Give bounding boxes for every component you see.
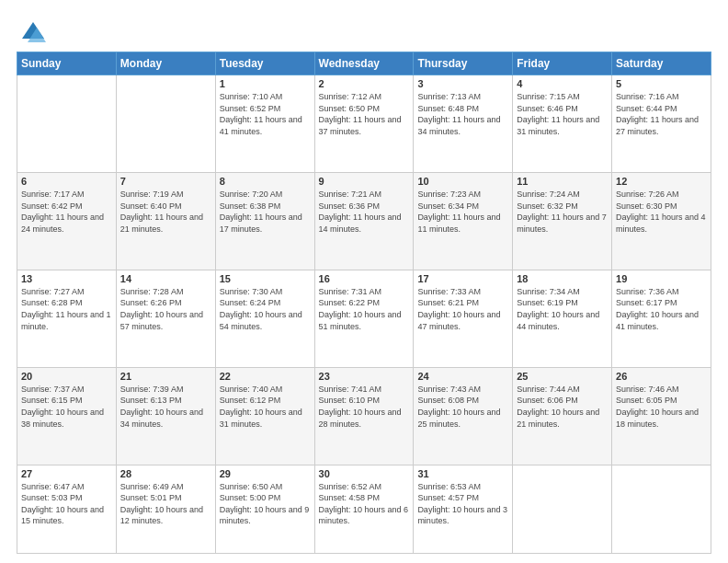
day-number: 8 bbox=[220, 176, 311, 187]
calendar-cell: 15Sunrise: 7:30 AM Sunset: 6:24 PM Dayli… bbox=[215, 270, 314, 367]
day-detail: Sunrise: 6:47 AM Sunset: 5:03 PM Dayligh… bbox=[21, 481, 112, 527]
day-detail: Sunrise: 7:19 AM Sunset: 6:40 PM Dayligh… bbox=[120, 189, 211, 235]
day-number: 17 bbox=[417, 273, 508, 284]
calendar-cell: 12Sunrise: 7:26 AM Sunset: 6:30 PM Dayli… bbox=[612, 172, 711, 270]
day-detail: Sunrise: 6:49 AM Sunset: 5:01 PM Dayligh… bbox=[120, 481, 211, 527]
calendar-cell: 29Sunrise: 6:50 AM Sunset: 5:00 PM Dayli… bbox=[215, 465, 314, 553]
calendar-cell: 22Sunrise: 7:40 AM Sunset: 6:12 PM Dayli… bbox=[215, 367, 314, 465]
day-detail: Sunrise: 6:50 AM Sunset: 5:00 PM Dayligh… bbox=[220, 481, 311, 527]
logo-icon bbox=[20, 18, 46, 44]
calendar-week-row: 1Sunrise: 7:10 AM Sunset: 6:52 PM Daylig… bbox=[17, 75, 711, 173]
day-number: 12 bbox=[616, 176, 707, 187]
calendar-week-row: 13Sunrise: 7:27 AM Sunset: 6:28 PM Dayli… bbox=[17, 270, 711, 367]
day-number: 1 bbox=[220, 78, 311, 89]
day-detail: Sunrise: 7:30 AM Sunset: 6:24 PM Dayligh… bbox=[220, 286, 311, 332]
day-number: 30 bbox=[319, 468, 410, 479]
day-detail: Sunrise: 7:43 AM Sunset: 6:08 PM Dayligh… bbox=[417, 384, 508, 430]
day-number: 26 bbox=[616, 371, 707, 382]
day-number: 25 bbox=[517, 371, 608, 382]
day-detail: Sunrise: 7:34 AM Sunset: 6:19 PM Dayligh… bbox=[517, 286, 608, 332]
day-detail: Sunrise: 7:46 AM Sunset: 6:05 PM Dayligh… bbox=[616, 384, 707, 430]
calendar-cell: 17Sunrise: 7:33 AM Sunset: 6:21 PM Dayli… bbox=[414, 270, 513, 367]
calendar-cell: 3Sunrise: 7:13 AM Sunset: 6:48 PM Daylig… bbox=[414, 75, 513, 173]
day-number: 9 bbox=[319, 176, 410, 187]
calendar-cell: 4Sunrise: 7:15 AM Sunset: 6:46 PM Daylig… bbox=[513, 75, 612, 173]
calendar-cell: 1Sunrise: 7:10 AM Sunset: 6:52 PM Daylig… bbox=[215, 75, 314, 173]
calendar-cell bbox=[17, 75, 117, 173]
day-number: 18 bbox=[517, 273, 608, 284]
day-detail: Sunrise: 7:31 AM Sunset: 6:22 PM Dayligh… bbox=[319, 286, 410, 332]
day-number: 31 bbox=[417, 468, 508, 479]
day-detail: Sunrise: 7:17 AM Sunset: 6:42 PM Dayligh… bbox=[21, 189, 112, 235]
day-number: 16 bbox=[319, 273, 410, 284]
calendar-cell: 20Sunrise: 7:37 AM Sunset: 6:15 PM Dayli… bbox=[17, 367, 117, 465]
day-number: 23 bbox=[319, 371, 410, 382]
day-number: 6 bbox=[21, 176, 112, 187]
calendar-header-row: SundayMondayTuesdayWednesdayThursdayFrid… bbox=[17, 52, 711, 75]
day-detail: Sunrise: 7:13 AM Sunset: 6:48 PM Dayligh… bbox=[417, 91, 508, 137]
calendar-cell: 16Sunrise: 7:31 AM Sunset: 6:22 PM Dayli… bbox=[314, 270, 414, 367]
calendar-cell: 23Sunrise: 7:41 AM Sunset: 6:10 PM Dayli… bbox=[314, 367, 414, 465]
day-number: 2 bbox=[319, 78, 410, 89]
calendar-table: SundayMondayTuesdayWednesdayThursdayFrid… bbox=[17, 52, 711, 554]
day-detail: Sunrise: 7:27 AM Sunset: 6:28 PM Dayligh… bbox=[21, 286, 112, 332]
day-number: 5 bbox=[616, 78, 707, 89]
calendar-cell: 10Sunrise: 7:23 AM Sunset: 6:34 PM Dayli… bbox=[414, 172, 513, 270]
day-detail: Sunrise: 7:15 AM Sunset: 6:46 PM Dayligh… bbox=[517, 91, 608, 137]
calendar-cell: 9Sunrise: 7:21 AM Sunset: 6:36 PM Daylig… bbox=[314, 172, 414, 270]
day-header-tuesday: Tuesday bbox=[215, 52, 314, 75]
day-detail: Sunrise: 7:37 AM Sunset: 6:15 PM Dayligh… bbox=[21, 384, 112, 430]
day-number: 24 bbox=[417, 371, 508, 382]
day-number: 11 bbox=[517, 176, 608, 187]
day-header-wednesday: Wednesday bbox=[314, 52, 414, 75]
calendar-cell: 14Sunrise: 7:28 AM Sunset: 6:26 PM Dayli… bbox=[116, 270, 215, 367]
calendar-cell: 6Sunrise: 7:17 AM Sunset: 6:42 PM Daylig… bbox=[17, 172, 117, 270]
calendar-cell: 11Sunrise: 7:24 AM Sunset: 6:32 PM Dayli… bbox=[513, 172, 612, 270]
day-detail: Sunrise: 7:21 AM Sunset: 6:36 PM Dayligh… bbox=[319, 189, 410, 235]
calendar-cell: 27Sunrise: 6:47 AM Sunset: 5:03 PM Dayli… bbox=[17, 465, 117, 553]
day-header-friday: Friday bbox=[513, 52, 612, 75]
day-number: 27 bbox=[21, 468, 112, 479]
day-detail: Sunrise: 7:36 AM Sunset: 6:17 PM Dayligh… bbox=[616, 286, 707, 332]
calendar-cell: 24Sunrise: 7:43 AM Sunset: 6:08 PM Dayli… bbox=[414, 367, 513, 465]
calendar-cell bbox=[116, 75, 215, 173]
calendar-cell: 25Sunrise: 7:44 AM Sunset: 6:06 PM Dayli… bbox=[513, 367, 612, 465]
day-detail: Sunrise: 7:41 AM Sunset: 6:10 PM Dayligh… bbox=[319, 384, 410, 430]
day-detail: Sunrise: 6:52 AM Sunset: 4:58 PM Dayligh… bbox=[319, 481, 410, 527]
calendar-week-row: 20Sunrise: 7:37 AM Sunset: 6:15 PM Dayli… bbox=[17, 367, 711, 465]
day-number: 15 bbox=[220, 273, 311, 284]
calendar-cell: 31Sunrise: 6:53 AM Sunset: 4:57 PM Dayli… bbox=[414, 465, 513, 553]
page: SundayMondayTuesdayWednesdayThursdayFrid… bbox=[0, 0, 728, 563]
day-detail: Sunrise: 7:23 AM Sunset: 6:34 PM Dayligh… bbox=[417, 189, 508, 235]
calendar-cell: 5Sunrise: 7:16 AM Sunset: 6:44 PM Daylig… bbox=[612, 75, 711, 173]
day-number: 20 bbox=[21, 371, 112, 382]
day-number: 10 bbox=[417, 176, 508, 187]
calendar-cell: 13Sunrise: 7:27 AM Sunset: 6:28 PM Dayli… bbox=[17, 270, 117, 367]
calendar-cell: 2Sunrise: 7:12 AM Sunset: 6:50 PM Daylig… bbox=[314, 75, 414, 173]
day-header-sunday: Sunday bbox=[17, 52, 117, 75]
day-header-saturday: Saturday bbox=[612, 52, 711, 75]
day-detail: Sunrise: 7:33 AM Sunset: 6:21 PM Dayligh… bbox=[417, 286, 508, 332]
calendar-cell: 18Sunrise: 7:34 AM Sunset: 6:19 PM Dayli… bbox=[513, 270, 612, 367]
day-header-monday: Monday bbox=[116, 52, 215, 75]
calendar-cell: 7Sunrise: 7:19 AM Sunset: 6:40 PM Daylig… bbox=[116, 172, 215, 270]
calendar-cell: 30Sunrise: 6:52 AM Sunset: 4:58 PM Dayli… bbox=[314, 465, 414, 553]
day-number: 14 bbox=[120, 273, 211, 284]
day-detail: Sunrise: 6:53 AM Sunset: 4:57 PM Dayligh… bbox=[417, 481, 508, 527]
calendar-cell: 8Sunrise: 7:20 AM Sunset: 6:38 PM Daylig… bbox=[215, 172, 314, 270]
day-number: 19 bbox=[616, 273, 707, 284]
day-number: 7 bbox=[120, 176, 211, 187]
day-detail: Sunrise: 7:24 AM Sunset: 6:32 PM Dayligh… bbox=[517, 189, 608, 235]
calendar-week-row: 6Sunrise: 7:17 AM Sunset: 6:42 PM Daylig… bbox=[17, 172, 711, 270]
day-number: 21 bbox=[120, 371, 211, 382]
day-header-thursday: Thursday bbox=[414, 52, 513, 75]
day-detail: Sunrise: 7:40 AM Sunset: 6:12 PM Dayligh… bbox=[220, 384, 311, 430]
header bbox=[17, 15, 711, 44]
calendar-cell: 19Sunrise: 7:36 AM Sunset: 6:17 PM Dayli… bbox=[612, 270, 711, 367]
calendar-cell: 21Sunrise: 7:39 AM Sunset: 6:13 PM Dayli… bbox=[116, 367, 215, 465]
day-detail: Sunrise: 7:20 AM Sunset: 6:38 PM Dayligh… bbox=[220, 189, 311, 235]
logo bbox=[17, 18, 46, 44]
day-number: 3 bbox=[417, 78, 508, 89]
calendar-cell: 26Sunrise: 7:46 AM Sunset: 6:05 PM Dayli… bbox=[612, 367, 711, 465]
day-number: 4 bbox=[517, 78, 608, 89]
